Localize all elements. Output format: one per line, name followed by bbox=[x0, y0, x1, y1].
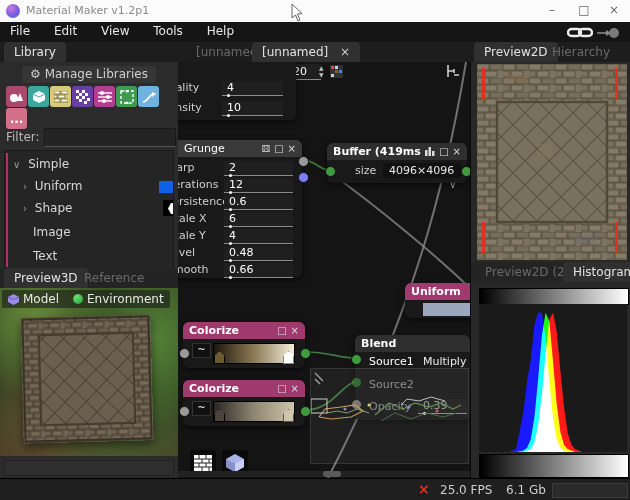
preview-rect-icon[interactable]: □ bbox=[439, 143, 448, 160]
menu-file[interactable]: File bbox=[0, 22, 40, 40]
colorize2-input-port[interactable] bbox=[179, 406, 190, 417]
gradient-editor-2[interactable] bbox=[213, 401, 295, 422]
gradient-cursor-right[interactable] bbox=[283, 351, 294, 364]
tree-item-image[interactable]: Image m bbox=[5, 221, 174, 243]
expander-right-icon[interactable]: › bbox=[23, 181, 27, 192]
category-shapes-button[interactable] bbox=[6, 86, 27, 107]
param-field[interactable]: 6 bbox=[224, 212, 293, 227]
blend-mode-dropdown[interactable]: Multiply bbox=[418, 354, 470, 369]
tab-close-icon[interactable]: × bbox=[340, 45, 350, 59]
manage-libraries-button[interactable]: ⚙ Manage Libraries bbox=[22, 66, 156, 83]
dice-random-seed-icon[interactable]: ⚄ bbox=[261, 140, 270, 157]
preview-rect-icon[interactable]: □ bbox=[274, 140, 283, 157]
tree-item-uniform[interactable]: › Uniform bbox=[5, 175, 174, 197]
close-x-icon[interactable]: × bbox=[453, 143, 461, 160]
tab-hierarchy[interactable]: Hierarchy bbox=[542, 42, 620, 62]
category-more-button[interactable]: ... bbox=[6, 108, 27, 129]
expander-right-icon[interactable]: › bbox=[23, 203, 27, 214]
preview-rect-icon[interactable]: □ bbox=[277, 380, 286, 397]
tree-item-simple[interactable]: ∨ Simple bbox=[5, 153, 174, 175]
param-field[interactable]: 0.48 bbox=[224, 246, 293, 261]
node-colorize2-titlebar[interactable]: Colorize □ × bbox=[183, 380, 305, 397]
link-icon[interactable] bbox=[567, 26, 593, 39]
titlebar[interactable]: Material Maker v1.2p1 – □ × bbox=[0, 0, 630, 23]
grunge-output-port-gray[interactable] bbox=[298, 156, 309, 167]
node-buffer-titlebar[interactable]: Buffer (419ms) □ × bbox=[327, 143, 467, 160]
mouse-cursor bbox=[291, 4, 304, 22]
environment-button[interactable]: Environment bbox=[73, 292, 164, 306]
curve-icon bbox=[142, 90, 156, 104]
tree-item-shape[interactable]: › Shape bbox=[5, 197, 174, 219]
preview-rect-icon[interactable]: □ bbox=[277, 322, 286, 339]
menu-view[interactable]: View bbox=[91, 22, 139, 40]
node-uniform-titlebar[interactable]: Uniform □ bbox=[405, 283, 470, 300]
minimize-button[interactable]: – bbox=[538, 0, 566, 22]
param-field[interactable]: 12 bbox=[224, 178, 293, 193]
error-x-icon[interactable]: × bbox=[418, 481, 430, 497]
node-colorize1-titlebar[interactable]: Colorize □ × bbox=[183, 322, 305, 339]
buffer-size-dropdown[interactable]: 4096×4096 ∨ bbox=[383, 163, 461, 178]
menu-help[interactable]: Help bbox=[197, 22, 244, 40]
tab-histogram[interactable]: Histogram bbox=[563, 262, 630, 282]
uniform-color-swatch[interactable] bbox=[423, 303, 470, 316]
tab-reference[interactable]: Reference bbox=[74, 268, 154, 288]
node-partial[interactable]: Quality 4 Density 10 bbox=[178, 62, 296, 120]
tab-graph-unnamed-2[interactable]: [unnamed] × bbox=[252, 42, 360, 62]
param-field[interactable]: 10 bbox=[222, 101, 283, 116]
node-blend-titlebar[interactable]: Blend bbox=[355, 335, 470, 352]
colorize1-input-port[interactable] bbox=[179, 348, 190, 359]
node-graph-editor[interactable]: th − cal 1 0.5 # 20 ▲▼ Quality 4 Density… bbox=[178, 62, 470, 478]
buffer-output-port[interactable] bbox=[461, 166, 470, 177]
node-colorize-1[interactable]: Colorize □ × ~ bbox=[183, 322, 305, 368]
graph-hscrollbar-thumb[interactable] bbox=[323, 471, 341, 477]
gradient-cursor-left[interactable] bbox=[214, 409, 225, 422]
close-button[interactable]: × bbox=[600, 0, 628, 22]
node-colorize-2[interactable]: Colorize □ × ~ bbox=[183, 380, 305, 426]
gradient-curve-button[interactable]: ~ bbox=[192, 401, 211, 416]
preview2d-viewport[interactable] bbox=[477, 64, 627, 260]
close-x-icon[interactable]: × bbox=[291, 322, 299, 339]
pixels-icon[interactable] bbox=[330, 65, 343, 78]
param-field[interactable]: 4 bbox=[222, 81, 283, 96]
grunge-output-port-purple[interactable] bbox=[298, 172, 309, 183]
category-curve-button[interactable] bbox=[138, 86, 159, 107]
close-x-icon[interactable]: × bbox=[288, 140, 296, 157]
arrow-to-node-icon[interactable] bbox=[597, 27, 619, 39]
node-grunge-titlebar[interactable]: Grunge ⚄ □ × bbox=[178, 140, 302, 157]
gradient-curve-button[interactable]: ~ bbox=[192, 343, 211, 358]
gradient-editor-1[interactable] bbox=[213, 343, 295, 364]
gradient-cursor-right[interactable] bbox=[283, 409, 294, 422]
param-field[interactable]: 2 bbox=[224, 161, 293, 176]
tree-item-text[interactable]: Text Text bbox=[5, 245, 174, 267]
filter-input[interactable] bbox=[44, 128, 176, 147]
category-3d-button[interactable] bbox=[28, 86, 49, 107]
spinner-arrows-icon[interactable]: ▲▼ bbox=[319, 64, 324, 78]
menu-tools[interactable]: Tools bbox=[143, 22, 193, 40]
close-x-icon[interactable]: × bbox=[291, 380, 299, 397]
category-filters-button[interactable] bbox=[94, 86, 115, 107]
graph-hscrollbar[interactable] bbox=[178, 471, 470, 477]
node-buffer[interactable]: Buffer (419ms) □ × size 4096×4096 ∨ bbox=[327, 143, 467, 183]
param-field[interactable]: 0.6 bbox=[224, 195, 293, 210]
preview3d-viewport[interactable]: Model Environment bbox=[0, 288, 178, 456]
param-field[interactable]: 4 bbox=[224, 229, 293, 244]
graph-minimap[interactable] bbox=[310, 368, 469, 464]
blend-source1-port[interactable] bbox=[351, 354, 362, 365]
menu-edit[interactable]: Edit bbox=[44, 22, 87, 40]
buffer-input-port[interactable] bbox=[325, 166, 336, 177]
gradient-cursor-left[interactable] bbox=[214, 351, 225, 364]
expander-down-icon[interactable]: ∨ bbox=[13, 159, 20, 170]
category-noise-button[interactable] bbox=[72, 86, 93, 107]
node-grunge[interactable]: Grunge ⚄ □ × Warp 2 Iterations 12 Persis… bbox=[178, 140, 302, 278]
node-uniform[interactable]: Uniform □ bbox=[405, 283, 470, 318]
minimap-resize-handle[interactable] bbox=[315, 373, 323, 384]
colorize1-output-port[interactable] bbox=[300, 348, 311, 359]
hierarchy-icon[interactable] bbox=[446, 64, 461, 78]
param-field[interactable]: 0.66 bbox=[224, 263, 293, 278]
tab-library[interactable]: Library bbox=[4, 42, 66, 62]
category-transform-button[interactable] bbox=[116, 86, 137, 107]
node-title: Uniform bbox=[411, 283, 466, 300]
model-button[interactable]: Model bbox=[8, 292, 59, 306]
maximize-button[interactable]: □ bbox=[570, 0, 598, 22]
category-pattern-button[interactable] bbox=[50, 86, 71, 107]
